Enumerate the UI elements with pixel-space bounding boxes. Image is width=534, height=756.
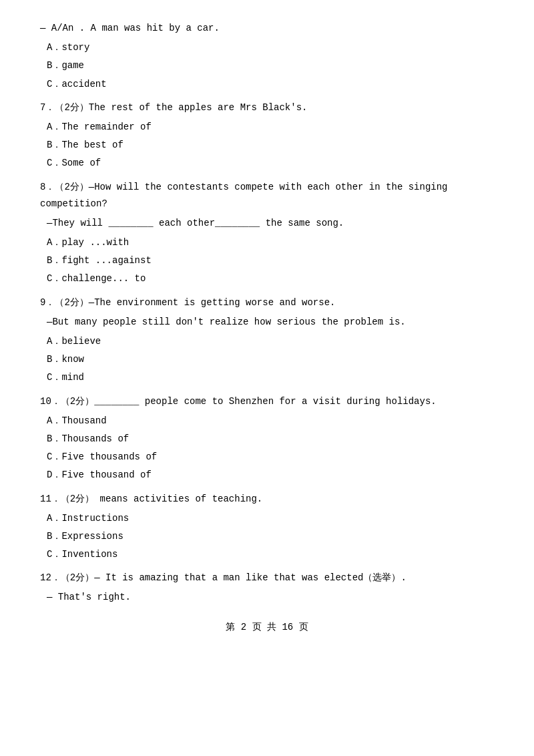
q8-label: 8．（2分）—How will the contestants compete …: [40, 179, 494, 212]
q10-option-d: D．Five thousand of: [47, 467, 494, 484]
q7-option-b: B．The best of: [47, 137, 494, 154]
q10-label: 10．（2分）________ people come to Shenzhen …: [40, 393, 494, 410]
q10-option-c: C．Five thousands of: [47, 449, 494, 465]
q12-label: 12．（2分）— It is amazing that a man like t…: [40, 570, 494, 586]
page-container: — A/An . A man was hit by a car. A．story…: [40, 20, 494, 635]
question-8: 8．（2分）—How will the contestants compete …: [40, 179, 494, 288]
intro-question-line: — A/An . A man was hit by a car.: [40, 20, 494, 37]
q9-option-a: A．believe: [47, 333, 494, 350]
q10-option-b: B．Thousands of: [47, 431, 494, 447]
q9-option-c: C．mind: [47, 369, 494, 386]
page-footer: 第 2 页 共 16 页: [40, 620, 494, 636]
intro-option-c: C．accident: [47, 76, 494, 93]
q9-sub: —But many people still don't realize how…: [47, 314, 494, 331]
question-7: 7．（2分）The rest of the apples are Mrs Bla…: [40, 100, 494, 172]
question-9: 9．（2分）—The environment is getting worse …: [40, 295, 494, 387]
q8-sub: —They will ________ each other________ t…: [47, 215, 494, 232]
q11-option-a: A．Instructions: [47, 510, 494, 527]
q7-option-a: A．The remainder of: [47, 119, 494, 136]
intro-question: — A/An . A man was hit by a car. A．story…: [40, 20, 494, 93]
q8-option-b: B．fight ...against: [47, 252, 494, 269]
question-12: 12．（2分）— It is amazing that a man like t…: [40, 570, 494, 606]
q8-option-c: C．challenge... to: [47, 270, 494, 287]
q8-option-a: A．play ...with: [47, 234, 494, 251]
question-11: 11．（2分） means activities of teaching. A．…: [40, 491, 494, 564]
q11-option-c: C．Inventions: [47, 546, 494, 563]
q11-label: 11．（2分） means activities of teaching.: [40, 491, 494, 508]
q10-option-a: A．Thousand: [47, 413, 494, 429]
intro-option-a: A．story: [47, 39, 494, 56]
q7-label: 7．（2分）The rest of the apples are Mrs Bla…: [40, 100, 494, 116]
q9-label: 9．（2分）—The environment is getting worse …: [40, 295, 494, 311]
q12-sub: — That's right.: [47, 589, 494, 606]
question-10: 10．（2分）________ people come to Shenzhen …: [40, 393, 494, 484]
q11-option-b: B．Expressions: [47, 528, 494, 545]
q7-option-c: C．Some of: [47, 155, 494, 172]
intro-option-b: B．game: [47, 57, 494, 74]
q9-option-b: B．know: [47, 351, 494, 368]
